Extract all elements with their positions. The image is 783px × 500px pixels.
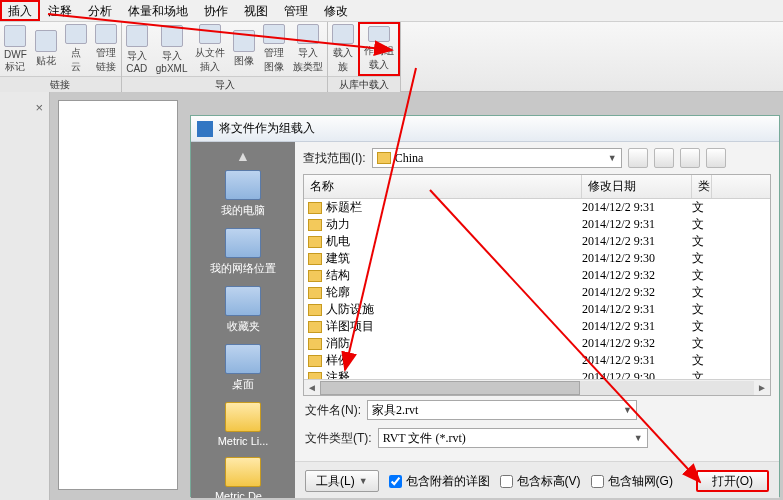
- filename-label: 文件名(N):: [305, 402, 361, 419]
- ribbon-点云[interactable]: 点云: [61, 22, 91, 76]
- list-item[interactable]: 轮廓2014/12/2 9:32文: [304, 284, 770, 301]
- filetype-combo[interactable]: RVT 文件 (*.rvt) ▼: [378, 428, 648, 448]
- dialog-main: 查找范围(I): China ▼ 名称 修改日期 类 标题栏2014/12/2 …: [295, 142, 779, 498]
- menu-注释[interactable]: 注释: [40, 0, 80, 21]
- col-name[interactable]: 名称: [304, 175, 582, 198]
- lookin-value: China: [395, 151, 424, 166]
- menu-修改[interactable]: 修改: [316, 0, 356, 21]
- place-5[interactable]: Metric De...: [215, 453, 271, 498]
- dialog-titlebar: 将文件作为组载入: [191, 116, 779, 142]
- menu-协作[interactable]: 协作: [196, 0, 236, 21]
- ribbon-导入CAD[interactable]: 导入CAD: [122, 22, 152, 76]
- place-0[interactable]: 我的电脑: [221, 166, 265, 222]
- list-item[interactable]: 动力2014/12/2 9:31文: [304, 216, 770, 233]
- dialog-title: 将文件作为组载入: [219, 120, 315, 137]
- places-bar: ▲ 我的电脑我的网络位置收藏夹桌面Metric Li...Metric De..…: [191, 142, 295, 498]
- list-item[interactable]: 详图项目2014/12/2 9:31文: [304, 318, 770, 335]
- app-icon: [197, 121, 213, 137]
- ribbon: DWF标记贴花点云管理链接链接导入CAD导入gbXML从文件插入图像管理图像导入…: [0, 22, 783, 92]
- chk-grid[interactable]: 包含轴网(G): [591, 473, 673, 490]
- back-button[interactable]: [628, 148, 648, 168]
- col-type[interactable]: 类: [692, 175, 712, 198]
- filetype-label: 文件类型(T):: [305, 430, 372, 447]
- chk-attached[interactable]: 包含附着的详图: [389, 473, 490, 490]
- list-item[interactable]: 样例2014/12/2 9:31文: [304, 352, 770, 369]
- open-button[interactable]: 打开(O): [696, 470, 769, 492]
- tools-button[interactable]: 工具(L)▼: [305, 470, 379, 492]
- menu-bar: 插入注释分析体量和场地协作视图管理修改: [0, 0, 783, 22]
- chevron-down-icon: ▼: [634, 433, 643, 443]
- lookin-label: 查找范围(I):: [303, 150, 366, 167]
- list-item[interactable]: 人防设施2014/12/2 9:31文: [304, 301, 770, 318]
- filetype-value: RVT 文件 (*.rvt): [383, 430, 466, 447]
- menu-体量和场地[interactable]: 体量和场地: [120, 0, 196, 21]
- ribbon-图像[interactable]: 图像: [229, 22, 259, 76]
- views-button[interactable]: [706, 148, 726, 168]
- list-item[interactable]: 注释2014/12/2 9:30文: [304, 369, 770, 379]
- place-2[interactable]: 收藏夹: [225, 282, 261, 338]
- place-1[interactable]: 我的网络位置: [210, 224, 276, 280]
- folder-icon: [377, 152, 391, 164]
- ribbon-从文件插入[interactable]: 从文件插入: [191, 22, 229, 76]
- file-list[interactable]: 名称 修改日期 类 标题栏2014/12/2 9:31文动力2014/12/2 …: [303, 174, 771, 396]
- delete-button[interactable]: [680, 148, 700, 168]
- ribbon-group-label: 链接: [0, 76, 121, 93]
- places-up-icon[interactable]: ▲: [236, 148, 250, 164]
- list-item[interactable]: 建筑2014/12/2 9:30文: [304, 250, 770, 267]
- ribbon-group-label: 导入: [122, 76, 328, 93]
- list-item[interactable]: 结构2014/12/2 9:32文: [304, 267, 770, 284]
- up-button[interactable]: [654, 148, 674, 168]
- ribbon-贴花[interactable]: 贴花: [31, 22, 61, 76]
- filename-combo[interactable]: 家具2.rvt ▼: [367, 400, 637, 420]
- col-date[interactable]: 修改日期: [582, 175, 692, 198]
- close-icon[interactable]: ×: [35, 100, 43, 115]
- lookin-combo[interactable]: China ▼: [372, 148, 622, 168]
- ribbon-DWF标记[interactable]: DWF标记: [0, 22, 31, 76]
- drawing-sheet: [58, 100, 178, 490]
- ribbon-管理链接[interactable]: 管理链接: [91, 22, 121, 76]
- dialog-bottom: 工具(L)▼ 包含附着的详图 包含标高(V) 包含轴网(G) 打开(O): [295, 461, 779, 498]
- ribbon-group-label: 从库中载入: [328, 76, 400, 93]
- list-rows[interactable]: 标题栏2014/12/2 9:31文动力2014/12/2 9:31文机电201…: [304, 199, 770, 379]
- menu-视图[interactable]: 视图: [236, 0, 276, 21]
- list-header[interactable]: 名称 修改日期 类: [304, 175, 770, 199]
- ribbon-导入gbXML[interactable]: 导入gbXML: [152, 22, 192, 76]
- ribbon-载入族[interactable]: 载入族: [328, 22, 358, 76]
- list-item[interactable]: 消防2014/12/2 9:32文: [304, 335, 770, 352]
- file-dialog: 将文件作为组载入 ▲ 我的电脑我的网络位置收藏夹桌面Metric Li...Me…: [190, 115, 780, 497]
- list-item[interactable]: 机电2014/12/2 9:31文: [304, 233, 770, 250]
- filename-value: 家具2.rvt: [372, 402, 418, 419]
- menu-分析[interactable]: 分析: [80, 0, 120, 21]
- chevron-down-icon: ▼: [623, 405, 632, 415]
- properties-strip: ×: [0, 92, 50, 500]
- list-item[interactable]: 标题栏2014/12/2 9:31文: [304, 199, 770, 216]
- h-scrollbar[interactable]: ◄►: [304, 379, 770, 395]
- place-4[interactable]: Metric Li...: [218, 398, 269, 451]
- menu-插入[interactable]: 插入: [0, 0, 40, 21]
- ribbon-管理图像[interactable]: 管理图像: [259, 22, 289, 76]
- chk-level[interactable]: 包含标高(V): [500, 473, 581, 490]
- menu-管理[interactable]: 管理: [276, 0, 316, 21]
- chevron-down-icon: ▼: [608, 153, 617, 163]
- ribbon-导入族类型[interactable]: 导入族类型: [289, 22, 327, 76]
- place-3[interactable]: 桌面: [225, 340, 261, 396]
- ribbon-作为组载入[interactable]: 作为组载入: [358, 22, 400, 76]
